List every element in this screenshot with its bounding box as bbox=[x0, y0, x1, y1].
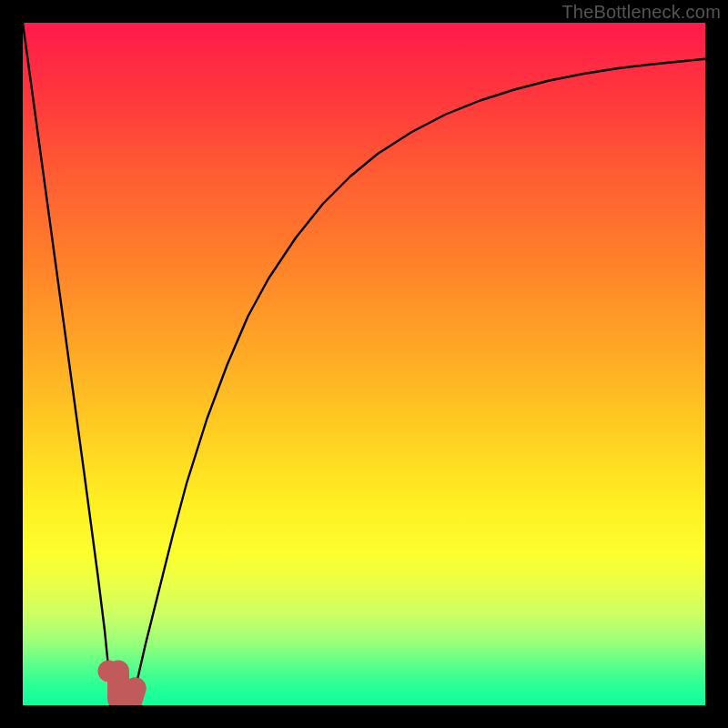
chart-svg bbox=[23, 23, 705, 705]
chart-frame: TheBottleneck.com bbox=[0, 0, 728, 728]
markers-group bbox=[98, 661, 136, 702]
plot-area bbox=[23, 23, 705, 705]
bottleneck-curve bbox=[23, 23, 705, 705]
watermark-text: TheBottleneck.com bbox=[561, 2, 721, 23]
marker-j-shape bbox=[118, 672, 136, 702]
curve-group bbox=[23, 23, 705, 705]
